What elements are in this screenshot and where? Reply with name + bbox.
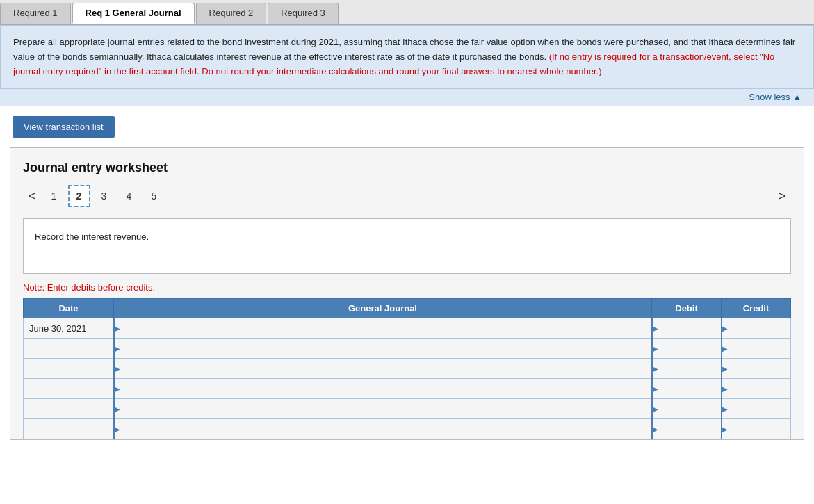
date-cell-2 [24, 339, 114, 359]
credit-cell-4[interactable]: ▶ [722, 379, 791, 399]
nav-prev-arrow[interactable]: < [23, 189, 42, 204]
debit-cell-2[interactable]: ▶ [652, 339, 722, 359]
gj-input-4[interactable] [122, 379, 651, 398]
nav-row: < 1 2 3 4 5 > [23, 185, 791, 207]
gj-cell-6[interactable]: ▶ [114, 419, 652, 439]
credit-input-5[interactable] [729, 399, 791, 418]
gj-arrow-4: ▶ [115, 385, 122, 393]
debit-cell-6[interactable]: ▶ [652, 419, 722, 439]
debit-arrow-4: ▶ [653, 385, 660, 393]
debit-arrow-5: ▶ [653, 405, 660, 413]
credit-input-6[interactable] [729, 419, 791, 439]
gj-arrow-3: ▶ [115, 365, 122, 373]
worksheet-title: Journal entry worksheet [23, 161, 791, 175]
debit-cell-5[interactable]: ▶ [652, 399, 722, 419]
gj-arrow-1: ▶ [115, 325, 122, 332]
gj-input-3[interactable] [122, 359, 651, 378]
gj-input-6[interactable] [122, 419, 651, 439]
credit-cell-1[interactable]: ▶ [722, 318, 791, 339]
col-header-general-journal: General Journal [114, 299, 652, 318]
gj-input-2[interactable] [122, 339, 651, 358]
date-cell-3 [24, 359, 114, 379]
tab-required-3[interactable]: Required 3 [268, 3, 339, 24]
table-row: ▶ ▶ ▶ [24, 399, 791, 419]
date-cell-6 [24, 419, 114, 439]
credit-input-1[interactable] [729, 318, 791, 338]
tab-req1-general-journal[interactable]: Req 1 General Journal [72, 3, 195, 24]
debit-arrow-6: ▶ [653, 425, 660, 433]
worksheet-container: Journal entry worksheet < 1 2 3 4 5 > Re… [10, 147, 804, 440]
col-header-debit: Debit [652, 299, 722, 318]
view-transaction-list-button[interactable]: View transaction list [13, 116, 115, 138]
nav-number-3[interactable]: 3 [93, 185, 115, 207]
instructions-box: Prepare all appropriate journal entries … [0, 25, 814, 89]
gj-cell-1[interactable]: ▶ [114, 318, 652, 339]
note-text: Note: Enter debits before credits. [23, 282, 791, 293]
debit-arrow-3: ▶ [653, 365, 660, 373]
debit-input-1[interactable] [660, 318, 721, 338]
credit-arrow-2: ▶ [722, 345, 729, 352]
col-header-date: Date [24, 299, 114, 318]
tab-required-2[interactable]: Required 2 [196, 3, 267, 24]
tab-bar: Required 1 Req 1 General Journal Require… [0, 0, 814, 25]
col-header-credit: Credit [722, 299, 791, 318]
table-row: June 30, 2021 ▶ ▶ ▶ [24, 318, 791, 339]
debit-input-5[interactable] [660, 399, 721, 418]
table-row: ▶ ▶ ▶ [24, 339, 791, 359]
instruction-card-text: Record the interest revenue. [35, 231, 149, 242]
date-cell-4 [24, 379, 114, 399]
credit-input-3[interactable] [729, 359, 791, 378]
debit-cell-3[interactable]: ▶ [652, 359, 722, 379]
table-row: ▶ ▶ ▶ [24, 379, 791, 399]
date-cell-1: June 30, 2021 [24, 318, 114, 339]
debit-cell-1[interactable]: ▶ [652, 318, 722, 339]
debit-arrow-2: ▶ [653, 345, 660, 352]
credit-arrow-4: ▶ [722, 385, 729, 393]
instruction-card: Record the interest revenue. [23, 218, 791, 274]
debit-cell-4[interactable]: ▶ [652, 379, 722, 399]
journal-table: Date General Journal Debit Credit June 3… [23, 298, 791, 439]
credit-arrow-5: ▶ [722, 405, 729, 413]
debit-arrow-1: ▶ [653, 325, 660, 332]
table-row: ▶ ▶ ▶ [24, 359, 791, 379]
debit-input-4[interactable] [660, 379, 721, 398]
nav-number-5[interactable]: 5 [143, 185, 165, 207]
show-less-btn[interactable]: Show less ▲ [0, 89, 814, 106]
gj-input-1[interactable] [122, 318, 651, 338]
table-row: ▶ ▶ ▶ [24, 419, 791, 439]
debit-input-6[interactable] [660, 419, 721, 439]
gj-cell-5[interactable]: ▶ [114, 399, 652, 419]
credit-arrow-1: ▶ [722, 325, 729, 332]
gj-arrow-5: ▶ [115, 405, 122, 413]
credit-cell-5[interactable]: ▶ [722, 399, 791, 419]
credit-arrow-3: ▶ [722, 365, 729, 373]
credit-input-4[interactable] [729, 379, 791, 398]
date-cell-5 [24, 399, 114, 419]
gj-cell-2[interactable]: ▶ [114, 339, 652, 359]
credit-cell-6[interactable]: ▶ [722, 419, 791, 439]
gj-input-5[interactable] [122, 399, 651, 418]
gj-cell-3[interactable]: ▶ [114, 359, 652, 379]
credit-cell-2[interactable]: ▶ [722, 339, 791, 359]
nav-number-4[interactable]: 4 [118, 185, 140, 207]
tab-required-1[interactable]: Required 1 [0, 3, 71, 24]
nav-number-1[interactable]: 1 [43, 185, 65, 207]
credit-cell-3[interactable]: ▶ [722, 359, 791, 379]
gj-arrow-6: ▶ [115, 425, 122, 433]
nav-next-arrow[interactable]: > [772, 189, 791, 204]
gj-arrow-2: ▶ [115, 345, 122, 352]
credit-arrow-6: ▶ [722, 425, 729, 433]
nav-number-2[interactable]: 2 [68, 185, 90, 207]
credit-input-2[interactable] [729, 339, 791, 358]
gj-cell-4[interactable]: ▶ [114, 379, 652, 399]
debit-input-2[interactable] [660, 339, 721, 358]
debit-input-3[interactable] [660, 359, 721, 378]
